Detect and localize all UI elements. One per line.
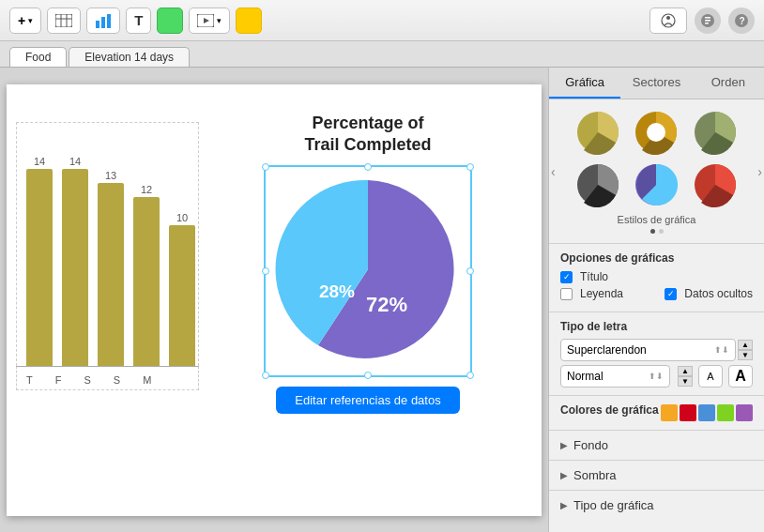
datos-ocultos-row: ✓ Datos ocultos bbox=[665, 287, 753, 300]
style-thumb-3[interactable] bbox=[689, 109, 741, 156]
style-thumb-4[interactable] bbox=[572, 161, 624, 208]
leyenda-checkbox[interactable] bbox=[560, 288, 573, 300]
titulo-label: Título bbox=[580, 270, 608, 283]
font-stepper: ▲ ▼ bbox=[738, 340, 753, 360]
pie-style-3 bbox=[692, 109, 739, 156]
font-name-value: Superclarendon bbox=[567, 343, 647, 357]
svg-rect-4 bbox=[96, 21, 99, 28]
bar-val-3: 12 bbox=[141, 184, 152, 195]
bar-col-3: 12 bbox=[133, 184, 160, 366]
text-button[interactable]: T bbox=[126, 8, 151, 34]
tabs-row: Food Elevation 14 days bbox=[0, 41, 764, 68]
svg-text:72%: 72% bbox=[366, 293, 407, 316]
chevron-icon: ⬆⬇ bbox=[714, 345, 729, 355]
svg-rect-14 bbox=[705, 23, 709, 24]
sombra-row[interactable]: ▶ Sombra bbox=[549, 460, 764, 490]
panel-tab-orden-label: Orden bbox=[711, 75, 745, 89]
svg-rect-6 bbox=[107, 14, 111, 28]
fondo-row[interactable]: ▶ Fondo bbox=[549, 430, 764, 460]
toolbar: + ▾ T ▾ bbox=[0, 0, 764, 41]
datos-ocultos-label: Datos ocultos bbox=[684, 287, 753, 300]
tipo-grafica-arrow: ▶ bbox=[560, 500, 568, 510]
font-section-title: Tipo de letra bbox=[560, 320, 753, 333]
panel-tab-grafica[interactable]: Gráfica bbox=[549, 68, 620, 99]
swatch-blue[interactable] bbox=[698, 404, 715, 421]
handle-tm[interactable] bbox=[364, 163, 372, 171]
panel-tab-sectores[interactable]: Sectores bbox=[620, 68, 692, 99]
pie-svg: 72% 28% bbox=[269, 171, 466, 368]
bar-1 bbox=[62, 169, 88, 366]
style-thumb-6[interactable] bbox=[689, 161, 741, 208]
tab-food-label: Food bbox=[25, 51, 51, 64]
media-icon bbox=[197, 14, 214, 27]
panel-tab-grafica-label: Gráfica bbox=[565, 75, 604, 89]
bar-3 bbox=[133, 197, 160, 366]
style-arrow-left[interactable]: ‹ bbox=[551, 164, 556, 179]
tab-food[interactable]: Food bbox=[9, 47, 67, 67]
pie-style-1 bbox=[574, 109, 621, 156]
media-button[interactable]: ▾ bbox=[189, 8, 230, 34]
font-size-large-btn[interactable]: A bbox=[728, 365, 753, 388]
stepper-style-down[interactable]: ▼ bbox=[678, 376, 693, 387]
edit-references-button[interactable]: Editar referencias de datos bbox=[276, 387, 459, 414]
tipo-grafica-row[interactable]: ▶ Tipo de gráfica bbox=[549, 490, 764, 520]
main: 14 14 13 12 bbox=[0, 68, 764, 532]
chevron-icon-2: ⬆⬇ bbox=[649, 372, 664, 381]
pie-style-5 bbox=[633, 161, 680, 208]
handle-bm[interactable] bbox=[364, 372, 372, 379]
handle-tl[interactable] bbox=[262, 163, 269, 171]
style-thumbnails: ‹ bbox=[549, 99, 764, 243]
canvas-area: 14 14 13 12 bbox=[0, 68, 548, 532]
swatch-purple[interactable] bbox=[736, 404, 753, 421]
tab-elevation[interactable]: Elevation 14 days bbox=[69, 47, 190, 67]
bar-col-0: 14 bbox=[26, 156, 53, 366]
font-style-value: Normal bbox=[567, 370, 604, 383]
stepper-up[interactable]: ▲ bbox=[738, 340, 753, 350]
handle-rm[interactable] bbox=[466, 267, 474, 275]
stepper-down[interactable]: ▼ bbox=[738, 350, 753, 360]
shape-button[interactable] bbox=[157, 8, 183, 34]
style-arrow-right[interactable]: › bbox=[757, 164, 762, 179]
stepper-style-up[interactable]: ▲ bbox=[678, 366, 693, 376]
bar-label-3: S bbox=[114, 374, 120, 386]
bar-col-4: 10 bbox=[169, 212, 195, 366]
handle-lm[interactable] bbox=[262, 267, 269, 275]
bar-4 bbox=[169, 225, 195, 366]
panel-tab-orden[interactable]: Orden bbox=[693, 68, 764, 99]
swatch-green[interactable] bbox=[717, 404, 734, 421]
format-button[interactable] bbox=[695, 8, 721, 34]
font-name-select[interactable]: Superclarendon ⬆⬇ bbox=[560, 339, 736, 361]
right-panel: Gráfica Sectores Orden ‹ bbox=[548, 68, 764, 532]
table-button[interactable] bbox=[47, 8, 81, 34]
handle-bl[interactable] bbox=[262, 372, 269, 379]
pie-selection-box[interactable]: 72% 28% bbox=[264, 165, 472, 377]
sticky-button[interactable] bbox=[236, 8, 262, 34]
leyenda-label: Leyenda bbox=[580, 287, 623, 300]
share-button[interactable] bbox=[649, 8, 687, 34]
handle-tr[interactable] bbox=[466, 163, 474, 171]
titulo-checkbox[interactable]: ✓ bbox=[560, 271, 573, 283]
swatch-orange[interactable] bbox=[661, 404, 678, 421]
handle-br[interactable] bbox=[466, 372, 474, 379]
panel-tabs: Gráfica Sectores Orden bbox=[549, 68, 764, 99]
style-thumb-5[interactable] bbox=[630, 161, 682, 208]
chart-button[interactable] bbox=[86, 8, 120, 34]
add-button[interactable]: + ▾ bbox=[9, 8, 41, 34]
help-button[interactable]: ? bbox=[728, 8, 755, 34]
chart-icon bbox=[95, 13, 112, 28]
style-thumb-1[interactable] bbox=[572, 109, 624, 156]
chart-options-title: Opciones de gráficas bbox=[560, 251, 753, 265]
bar-val-0: 14 bbox=[34, 156, 45, 167]
datos-ocultos-checkbox[interactable]: ✓ bbox=[665, 288, 677, 300]
bar-col-1: 14 bbox=[62, 156, 88, 366]
leyenda-row: Leyenda bbox=[560, 287, 623, 300]
font-size-small-btn[interactable]: A bbox=[698, 365, 723, 388]
font-style-select[interactable]: Normal ⬆⬇ bbox=[560, 365, 670, 388]
style-dot-2 bbox=[659, 229, 664, 234]
svg-rect-12 bbox=[705, 17, 711, 19]
style-dot-1 bbox=[650, 229, 655, 234]
style-thumb-2[interactable] bbox=[630, 109, 682, 156]
swatch-red[interactable] bbox=[680, 404, 696, 421]
bar-col-2: 13 bbox=[98, 170, 124, 366]
tipo-grafica-label: Tipo de gráfica bbox=[573, 498, 654, 512]
